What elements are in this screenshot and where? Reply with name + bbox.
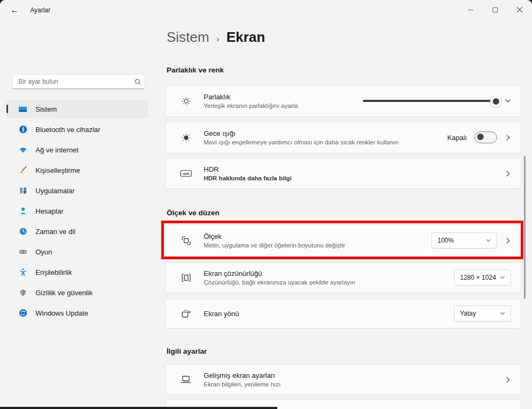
card-subtitle: Ekran bilgileri, yenileme hızı xyxy=(204,381,493,388)
close-button[interactable] xyxy=(507,0,532,19)
sidebar-item-label: Sistem xyxy=(35,105,57,113)
card-title: Ekran çözünürlüğü xyxy=(204,269,442,277)
accounts-person-icon xyxy=(18,207,27,216)
sidebar-item-label: Kişiselleştirme xyxy=(35,166,80,174)
chevron-down-icon xyxy=(500,275,505,280)
sidebar-item-apps[interactable]: Uygulamalar xyxy=(6,181,148,200)
laptop-icon xyxy=(180,374,192,385)
sidebar-item-network[interactable]: Ağ ve internet xyxy=(6,141,148,159)
section-title-brightness-color: Parlaklık ve renk xyxy=(167,66,224,74)
scrollbar-thumb[interactable] xyxy=(524,156,526,299)
card-subtitle: Mavi ışığı engellemeye yardımcı olması i… xyxy=(204,139,435,145)
sidebar-item-label: Zaman ve dil xyxy=(35,228,75,236)
hdr-icon: HDR xyxy=(180,169,192,178)
sidebar-item-label: Gizlilik ve güvenlik xyxy=(35,289,92,297)
bluetooth-icon xyxy=(18,125,27,134)
night-light-icon xyxy=(180,132,192,143)
selected-indicator xyxy=(6,105,8,113)
card-scale[interactable]: Ölçek Metin, uygulama ve diğer öğelerin … xyxy=(165,224,521,257)
maximize-icon xyxy=(492,7,498,13)
card-title: HDR xyxy=(204,165,493,173)
search-box[interactable] xyxy=(12,74,145,89)
card-title: Ölçek xyxy=(204,232,420,240)
chevron-right-icon[interactable] xyxy=(505,134,511,141)
night-light-toggle[interactable] xyxy=(475,132,497,143)
back-button[interactable]: ← xyxy=(6,4,23,17)
windows-update-icon xyxy=(18,309,27,318)
card-orientation[interactable]: Ekran yönü Yatay xyxy=(165,298,521,328)
gamepad-icon xyxy=(18,247,27,257)
window-bottom-edge xyxy=(0,407,277,409)
card-subtitle: HDR hakkında daha fazla bilgi xyxy=(204,175,493,181)
dropdown-value: 100% xyxy=(437,237,454,244)
sidebar-item-time-language[interactable]: Zaman ve dil xyxy=(6,222,148,240)
sidebar-item-label: Ağ ve internet xyxy=(35,146,78,154)
chevron-right-icon[interactable] xyxy=(505,170,511,177)
monitor-icon xyxy=(18,105,27,114)
dropdown-value: Yatay xyxy=(460,310,476,317)
card-title: Parlaklık xyxy=(204,93,351,101)
orientation-icon xyxy=(180,308,192,319)
titlebar: ← Ayarlar xyxy=(0,0,532,19)
sidebar-nav: Sistem Bluetooth ve cihazlar Ağ ve inter… xyxy=(6,100,148,324)
slider-track xyxy=(363,100,497,102)
resolution-icon xyxy=(180,272,192,283)
sidebar-item-label: Windows Update xyxy=(35,309,88,317)
chevron-down-icon xyxy=(500,311,505,316)
toggle-state-label: Kapalı xyxy=(447,134,467,142)
window-title: Ayarlar xyxy=(30,6,51,14)
clock-icon xyxy=(18,227,27,236)
caption-buttons xyxy=(458,0,532,19)
chevron-right-icon[interactable] xyxy=(505,376,511,383)
card-subtitle: Yerleşik ekranın parlaklığını ayarla xyxy=(204,103,351,109)
scale-dropdown[interactable]: 100% xyxy=(432,232,497,249)
personalization-brush-icon xyxy=(18,166,27,175)
card-night-light[interactable]: Gece ışığı Mavi ışığı engellemeye yardım… xyxy=(165,121,521,154)
card-subtitle: Metin, uygulama ve diğer öğelerin boyutu… xyxy=(204,242,420,249)
sidebar-item-privacy[interactable]: Gizlilik ve güvenlik xyxy=(6,283,148,302)
sidebar-item-accessibility[interactable]: Erişilebilirlik xyxy=(6,263,148,281)
resolution-dropdown[interactable]: 1280 × 1024 xyxy=(454,269,511,286)
orientation-dropdown[interactable]: Yatay xyxy=(454,305,511,322)
sidebar-item-windows-update[interactable]: Windows Update xyxy=(6,304,148,322)
sidebar-item-bluetooth[interactable]: Bluetooth ve cihazlar xyxy=(6,120,148,138)
breadcrumb-separator-icon: › xyxy=(216,34,219,45)
section-title-related: İlgili ayarlar xyxy=(167,347,207,355)
breadcrumb-parent[interactable]: Sistem xyxy=(167,29,209,46)
page-title: Ekran xyxy=(226,29,265,46)
accessibility-icon xyxy=(18,268,27,277)
maximize-button[interactable] xyxy=(483,0,507,19)
section-title-scale-layout: Ölçek ve düzen xyxy=(167,209,219,217)
chevron-right-icon[interactable] xyxy=(505,237,511,244)
wifi-icon xyxy=(18,145,27,155)
minimize-button[interactable] xyxy=(458,0,483,19)
svg-text:HDR: HDR xyxy=(183,172,190,176)
search-input[interactable] xyxy=(12,78,131,85)
search-icon[interactable] xyxy=(131,78,145,85)
slider-thumb[interactable] xyxy=(490,96,502,107)
close-icon xyxy=(516,6,523,13)
card-title: Gelişmiş ekran ayarları xyxy=(204,371,493,379)
card-subtitle: Çözünürlüğü, bağlı ekranınıza uyacak şek… xyxy=(204,279,442,286)
sidebar-item-label: Hesaplar xyxy=(35,207,63,215)
card-hdr[interactable]: HDR HDR HDR hakkında daha fazla bilgi xyxy=(165,158,521,189)
settings-window: ← Ayarlar xyxy=(0,0,532,409)
sidebar-item-label: Oyun xyxy=(35,248,52,256)
chevron-down-icon[interactable] xyxy=(505,98,511,104)
sidebar: Sistem Bluetooth ve cihazlar Ağ ve inter… xyxy=(0,19,157,409)
toggle-knob xyxy=(477,134,484,140)
card-brightness[interactable]: Parlaklık Yerleşik ekranın parlaklığını … xyxy=(165,85,521,117)
sidebar-item-personalization[interactable]: Kişiselleştirme xyxy=(6,161,148,179)
shield-icon xyxy=(18,288,27,297)
brightness-sun-icon xyxy=(180,96,192,107)
back-arrow-icon: ← xyxy=(10,5,19,15)
sidebar-item-sistem[interactable]: Sistem xyxy=(6,100,148,118)
card-advanced-display[interactable]: Gelişmiş ekran ayarları Ekran bilgileri,… xyxy=(165,364,521,395)
brightness-slider[interactable] xyxy=(363,96,497,106)
sidebar-item-gaming[interactable]: Oyun xyxy=(6,243,148,261)
sidebar-item-accounts[interactable]: Hesaplar xyxy=(6,202,148,220)
sidebar-item-label: Bluetooth ve cihazlar xyxy=(35,126,100,134)
card-resolution[interactable]: Ekran çözünürlüğü Çözünürlüğü, bağlı ekr… xyxy=(165,262,521,293)
minimize-icon xyxy=(468,7,473,13)
sidebar-item-label: Erişilebilirlik xyxy=(35,268,72,276)
